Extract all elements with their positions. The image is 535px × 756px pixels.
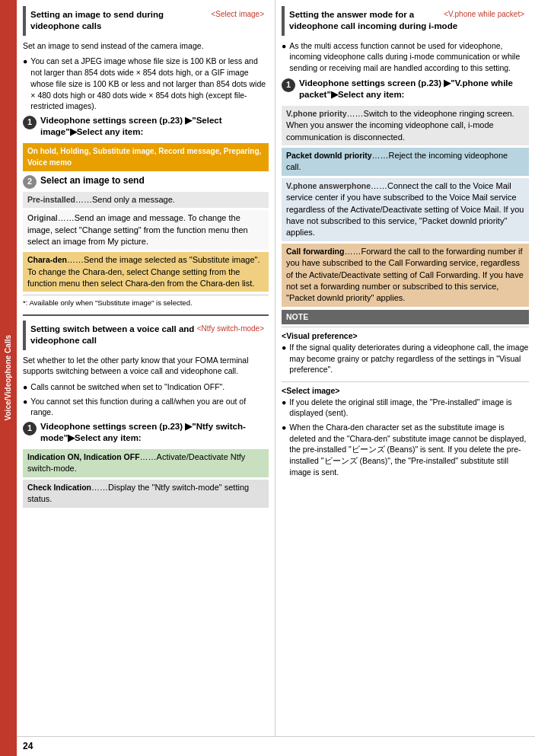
step1b-block: 1 Videophone settings screen (p.23) ▶"Nt…	[23, 421, 269, 445]
option-call-forwarding-name: Call forwarding	[286, 247, 344, 256]
right-section1-title: Setting the answer mode for a videophone…	[289, 10, 457, 30]
section2-intro: Set whether to let the other party know …	[23, 355, 269, 377]
note-select-text-0: If you delete the original still image, …	[289, 397, 529, 419]
option-vphone-priority-name: V.phone priority	[286, 109, 347, 118]
option-indication-name: Indication ON, Indication OFF	[27, 452, 140, 461]
note-select-text-1: When the Chara-den character set as the …	[289, 422, 529, 477]
note-select-bullet-0: ● If you delete the original still image…	[282, 397, 529, 419]
section1-title: Setting an image to send during videopho…	[30, 10, 164, 30]
section2-title: Setting switch between a voice call and …	[30, 324, 194, 345]
sidebar: Voice/Videophone Calls	[0, 0, 17, 756]
section2-bullet-1: ● You cannot set this function during a …	[23, 396, 269, 418]
note-label-visual: <Visual preference>	[282, 330, 529, 342]
note-visual-bullet: ● If the signal quality deteriorates dur…	[282, 342, 529, 375]
right-bullet-dot: ●	[282, 40, 286, 74]
option-original-dots: ……	[58, 213, 75, 222]
right-section1-link: <V.phone while packet>	[444, 9, 524, 20]
option-call-forwarding: Call forwarding……Forward the call to the…	[282, 244, 529, 307]
option-vphone-priority: V.phone priority……Switch to the videopho…	[282, 106, 529, 145]
orange-box-text: On hold, Holding, Substitute image, Reco…	[27, 147, 261, 167]
option-pre-installed-desc: Send only a message.	[92, 195, 175, 204]
right-bullet-0: ● As the multi access function cannot be…	[282, 40, 529, 74]
section1-link: <Select image>	[212, 9, 265, 20]
two-col-layout: <Select image> Setting an image to send …	[17, 0, 535, 736]
step2-title: Select an image to send	[40, 174, 145, 187]
step1-circle: 1	[23, 116, 37, 129]
page-number: 24	[17, 736, 535, 756]
note-section-select: <Select image> ● If you delete the origi…	[282, 381, 529, 484]
option-chara-den-dots: ……	[67, 255, 84, 264]
left-column: <Select image> Setting an image to send …	[17, 0, 275, 736]
main-content: <Select image> Setting an image to send …	[17, 0, 535, 756]
dots0: ……	[347, 109, 364, 118]
bullet-dot-3: ●	[23, 396, 27, 418]
section2-bullet-0: ● Calls cannot be switched when set to "…	[23, 381, 269, 393]
option-check: Check Indication……Display the "Ntfy swit…	[23, 480, 269, 508]
bullet-dot: ●	[23, 56, 27, 111]
option-chara-den-name: Chara-den	[27, 255, 67, 264]
section2-header: <Ntfy switch-mode> Setting switch betwee…	[23, 321, 269, 350]
note-section-visual: <Visual preference> ● If the signal qual…	[282, 327, 529, 381]
option-pre-installed-dots: ……	[75, 195, 92, 204]
option-original: Original……Send an image and message. To …	[23, 210, 269, 250]
step1-text: Videophone settings screen (p.23) ▶"Sele…	[40, 115, 269, 139]
option-vphone-answerphone: V.phone answerphone……Connect the call to…	[282, 178, 529, 241]
option-packet-downld: Packet downld priority……Reject the incom…	[282, 148, 529, 176]
asterisk-note: *: Available only when "Substitute image…	[23, 295, 269, 308]
option-packet-downld-name: Packet downld priority	[286, 151, 372, 160]
step2-block: 2 Select an image to send	[23, 174, 269, 189]
option-pre-installed-name: Pre-installed	[27, 195, 75, 204]
right-step1-block: 1 Videophone settings screen (p.23) ▶"V.…	[282, 78, 529, 101]
step1-block: 1 Videophone settings screen (p.23) ▶"Se…	[23, 115, 269, 139]
sidebar-label: Voice/Videophone Calls	[3, 335, 14, 420]
option-original-name: Original	[27, 213, 58, 222]
dots2: ……	[371, 181, 387, 190]
bullet-text-2: Calls cannot be switched when set to "In…	[30, 381, 225, 393]
note-title: NOTE	[286, 312, 308, 321]
option-indication: Indication ON, Indication OFF……Activate/…	[23, 449, 269, 477]
right-step1-circle: 1	[282, 78, 295, 92]
section2-link: <Ntfy switch-mode>	[197, 324, 264, 334]
right-step1-text: Videophone settings screen (p.23) ▶"V.ph…	[299, 78, 529, 101]
option-vphone-answerphone-name: V.phone answerphone	[286, 181, 371, 190]
section1-intro: Set an image to send instead of the came…	[23, 40, 269, 52]
page-container: Voice/Videophone Calls <Select image> Se…	[0, 0, 535, 756]
option-indication-dots: ……	[140, 452, 157, 461]
right-section1-header: <V.phone while packet> Setting the answe…	[282, 6, 529, 36]
section-divider	[23, 314, 269, 316]
option-check-name: Check Indication	[27, 483, 91, 492]
option-check-dots: ……	[91, 483, 108, 492]
step1b-circle: 1	[23, 422, 37, 435]
note-box-header: NOTE	[282, 310, 529, 324]
note-label-select: <Select image>	[282, 385, 529, 397]
step2-circle: 2	[23, 175, 37, 189]
orange-box: On hold, Holding, Substitute image, Reco…	[23, 143, 269, 171]
dots1: ……	[372, 151, 389, 160]
option-pre-installed: Pre-installed……Send only a message.	[23, 192, 269, 208]
bullet-text: You can set a JPEG image whose file size…	[30, 56, 269, 111]
right-bullet-text: As the multi access function cannot be u…	[289, 40, 529, 74]
note-select-bullet-1: ● When the Chara-den character set as th…	[282, 422, 529, 477]
step1b-text: Videophone settings screen (p.23) ▶"Ntfy…	[40, 421, 269, 445]
right-column: <V.phone while packet> Setting the answe…	[275, 0, 535, 736]
bullet-text-3: You cannot set this function during a ca…	[30, 396, 269, 418]
bullet-dot-2: ●	[23, 381, 27, 393]
dots3: ……	[344, 247, 361, 256]
section1-header: <Select image> Setting an image to send …	[23, 6, 269, 36]
option-chara-den: Chara-den……Send the image selected as "S…	[23, 252, 269, 292]
section1-bullet-0: ● You can set a JPEG image whose file si…	[23, 56, 269, 111]
note-visual-text: If the signal quality deteriorates durin…	[289, 342, 529, 375]
